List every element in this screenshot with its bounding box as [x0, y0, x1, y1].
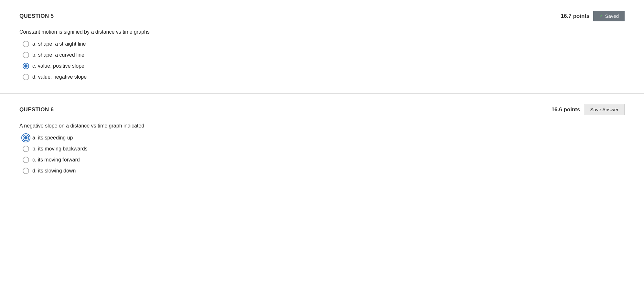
- question-5-options: a. shape: a straight line b. shape: a cu…: [19, 41, 625, 80]
- radio-q5a[interactable]: [23, 41, 29, 47]
- question-5-option-c[interactable]: c. value: positive slope: [23, 63, 625, 69]
- radio-q6c[interactable]: [23, 157, 29, 163]
- option-q5d-label: d. value: negative slope: [32, 74, 87, 80]
- question-5-saved-button[interactable]: ✓ Saved: [593, 11, 625, 21]
- question-6-meta: 16.6 points Save Answer: [552, 104, 625, 115]
- question-6-prompt: A negative slope on a distance vs time g…: [19, 123, 625, 129]
- option-q6b-label: b. its moving backwards: [32, 146, 88, 152]
- radio-q5d[interactable]: [23, 74, 29, 80]
- radio-q6d[interactable]: [23, 168, 29, 174]
- question-6-points: 16.6 points: [552, 106, 580, 113]
- page-container: QUESTION 5 16.7 points ✓ Saved Constant …: [0, 0, 644, 288]
- question-6-option-c[interactable]: c. its moving forward: [23, 157, 625, 163]
- radio-q6a[interactable]: [23, 135, 29, 141]
- option-q6a-label: a. its speeding up: [32, 135, 73, 141]
- question-5-meta: 16.7 points ✓ Saved: [561, 11, 625, 21]
- radio-q5c-inner: [24, 64, 27, 68]
- radio-q5c[interactable]: [23, 63, 29, 69]
- question-5-option-b[interactable]: b. shape: a curved line: [23, 52, 625, 58]
- option-q6d-label: d. its slowing down: [32, 168, 76, 174]
- question-5-points: 16.7 points: [561, 13, 590, 19]
- option-q5c-label: c. value: positive slope: [32, 63, 84, 69]
- question-5-option-d[interactable]: d. value: negative slope: [23, 74, 625, 80]
- question-5-title: QUESTION 5: [19, 13, 54, 19]
- save-answer-label: Save Answer: [590, 107, 618, 112]
- question-6-options: a. its speeding up b. its moving backwar…: [19, 135, 625, 174]
- question-6-option-d[interactable]: d. its slowing down: [23, 168, 625, 174]
- question-5-option-a[interactable]: a. shape: a straight line: [23, 41, 625, 47]
- question-5-header: QUESTION 5 16.7 points ✓ Saved: [19, 11, 625, 21]
- question-6-option-b[interactable]: b. its moving backwards: [23, 146, 625, 152]
- radio-q6a-inner: [24, 136, 27, 139]
- radio-q6b[interactable]: [23, 146, 29, 152]
- question-5-prompt: Constant motion is signified by a distan…: [19, 29, 625, 35]
- question-6-option-a[interactable]: a. its speeding up: [23, 135, 625, 141]
- question-6-title: QUESTION 6: [19, 106, 54, 113]
- radio-q5b[interactable]: [23, 52, 29, 58]
- question-6-save-button[interactable]: Save Answer: [584, 104, 625, 115]
- check-icon: ✓: [599, 14, 603, 19]
- option-q6c-label: c. its moving forward: [32, 157, 80, 163]
- saved-label: Saved: [605, 13, 619, 19]
- option-q5a-label: a. shape: a straight line: [32, 41, 86, 47]
- question-6-header: QUESTION 6 16.6 points Save Answer: [19, 104, 625, 115]
- option-q5b-label: b. shape: a curved line: [32, 52, 84, 58]
- question-6-section: QUESTION 6 16.6 points Save Answer A neg…: [0, 93, 644, 187]
- question-5-section: QUESTION 5 16.7 points ✓ Saved Constant …: [0, 0, 644, 93]
